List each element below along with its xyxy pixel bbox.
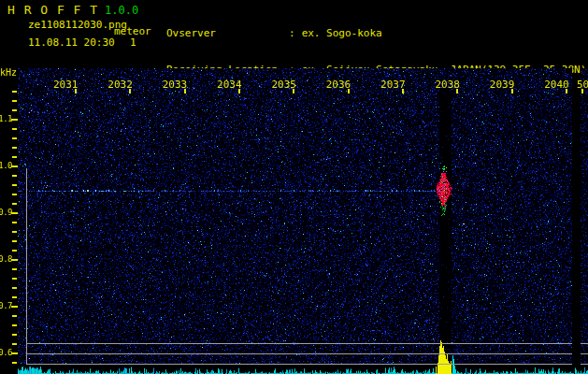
freq-axis-tick-minor [12, 203, 17, 205]
freq-axis-tick-minor [12, 343, 17, 345]
meteor-count: 1 [130, 36, 136, 49]
level-band-line-bottom-right [581, 364, 588, 365]
info-label: Ovserver [166, 27, 289, 39]
freq-axis-tick-minor [12, 109, 17, 111]
freq-axis-tick-minor [12, 147, 17, 149]
spectrogram-canvas [18, 68, 572, 365]
output-filename: ze1108112030.png [28, 19, 127, 31]
app-title: H R O F F T [7, 3, 98, 17]
time-axis-tick [238, 89, 240, 94]
freq-axis-tick-minor [12, 240, 17, 242]
freq-axis-tick-major [11, 119, 18, 121]
time-axis-tick [566, 89, 567, 94]
freq-axis-tick-minor [12, 315, 17, 317]
freq-axis-tick-major [11, 212, 18, 214]
time-axis-tick [456, 89, 458, 94]
freq-axis-tick-major [11, 306, 18, 308]
freq-axis-tick-minor [12, 128, 17, 130]
time-axis-tick [129, 89, 131, 94]
time-axis-tick [348, 89, 350, 94]
freq-axis-tick-minor [12, 250, 17, 252]
freq-axis-tick-minor [12, 324, 17, 326]
time-axis-tick [293, 89, 294, 94]
freq-axis-tick-minor [12, 156, 17, 158]
app-version: 1.0.0 [105, 4, 138, 17]
station-info-row: Ovserver:ex. Sogo-koka [166, 27, 586, 39]
level-band-line-top-right [581, 343, 588, 344]
spectrogram-right-margin [581, 68, 588, 365]
freq-axis-tick-minor [12, 175, 17, 177]
freq-axis-tick-minor [12, 362, 17, 364]
freq-axis-tick-minor [12, 91, 17, 93]
level-band-line-bottom [26, 364, 572, 365]
freq-axis-tick-minor [12, 184, 17, 186]
count-band-left-edge [26, 168, 27, 364]
freq-axis-tick-minor [12, 137, 17, 139]
hrofft-output-image: H R O F F T 1.0.0 ze1108112030.png meteo… [0, 0, 588, 374]
freq-axis-tick-minor [12, 268, 17, 270]
info-separator: : [289, 27, 295, 39]
freq-axis-tick-minor [12, 334, 17, 336]
time-axis-tick [75, 89, 77, 94]
freq-axis-tick-minor [12, 287, 17, 289]
time-axis-tick [581, 89, 583, 94]
freq-axis-tick-minor [12, 296, 17, 298]
freq-axis-unit: kHz [0, 67, 17, 78]
freq-axis-tick-major [11, 259, 18, 261]
info-value: ex. Sogo-koka [302, 27, 382, 39]
freq-axis-tick-minor [12, 194, 17, 195]
level-band-line-mid-right [581, 353, 588, 354]
time-axis-tick [511, 89, 513, 94]
freq-axis-tick-minor [12, 222, 17, 223]
freq-axis-tick-major [11, 352, 18, 354]
freq-axis-tick-minor [12, 278, 17, 280]
level-band-line-top [26, 343, 572, 344]
freq-axis-tick-major [11, 165, 18, 167]
observation-datetime: 11.08.11 20:30 [28, 36, 115, 49]
time-axis-tick [402, 89, 404, 94]
level-band-line-mid [26, 353, 572, 354]
time-axis-tick [184, 89, 186, 94]
freq-axis-tick-minor [12, 231, 17, 233]
freq-axis-tick-minor [12, 100, 17, 102]
signal-level-bar-graph [18, 365, 588, 374]
